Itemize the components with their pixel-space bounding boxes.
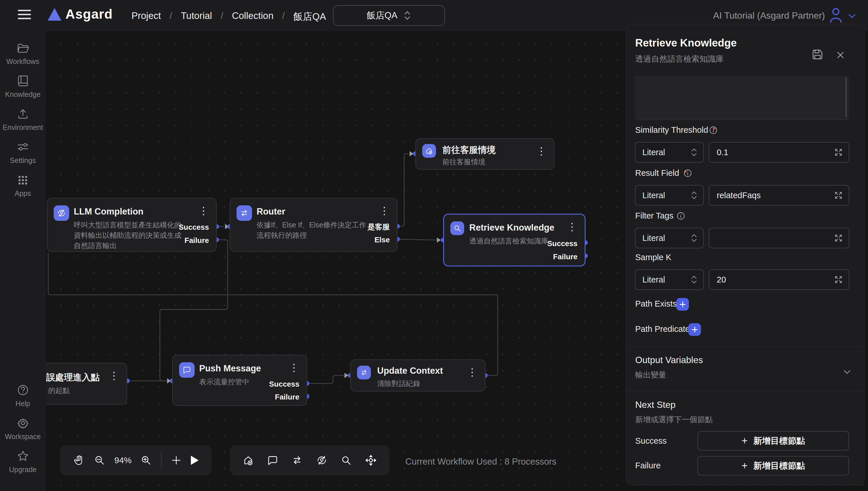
brand-name[interactable]: Asgard — [65, 6, 112, 22]
node-error-entry[interactable]: 錯誤處理進入點 的起點 — [46, 363, 127, 405]
node-goto-service-scene[interactable]: 前往客服情境 前往客服情境 — [415, 138, 554, 170]
node-menu-icon[interactable] — [567, 221, 577, 233]
pan-hand-icon[interactable] — [73, 454, 85, 466]
breadcrumb-project[interactable]: Project — [132, 10, 161, 23]
hamburger-menu-icon[interactable] — [18, 10, 31, 21]
account-chevron-down-icon[interactable] — [846, 10, 858, 22]
sidebar-item-workspace[interactable]: Workspace — [0, 416, 46, 441]
gear-icon — [16, 416, 30, 430]
message-bubble-icon — [179, 362, 195, 378]
field-label-filter-tags: Filter Tags — [635, 211, 673, 221]
mode-select-sample-k[interactable]: Literal — [635, 269, 704, 290]
info-icon[interactable] — [708, 125, 719, 136]
next-step-title: Next Step — [635, 400, 676, 410]
node-menu-icon[interactable] — [379, 205, 389, 218]
run-workflow-icon[interactable] — [191, 456, 199, 465]
sliders-icon — [16, 140, 30, 153]
workflow-usage-status: Current Workflow Used : 8 Processors — [405, 457, 557, 467]
apps-grid-icon — [16, 173, 30, 186]
search-node-icon[interactable] — [340, 454, 352, 466]
node-menu-icon[interactable] — [536, 145, 546, 158]
zoom-in-icon[interactable] — [140, 455, 152, 466]
user-icon[interactable] — [828, 6, 844, 24]
workflow-selector-dropdown[interactable]: 飯店QA — [333, 5, 445, 26]
textarea-scrollbar[interactable] — [846, 78, 847, 117]
upload-icon — [16, 107, 30, 120]
help-circle-icon — [16, 383, 30, 397]
close-icon[interactable] — [834, 49, 846, 61]
value-input-result-field[interactable]: relatedFaqs — [709, 185, 849, 206]
query-textarea[interactable] — [635, 76, 849, 120]
add-path-exists-button[interactable] — [676, 298, 689, 311]
sort-chevrons-icon — [404, 10, 411, 20]
scene-home-plus-icon — [422, 144, 436, 158]
value-input-similarity[interactable]: 0.1 — [709, 142, 849, 163]
asgard-logo-icon[interactable] — [48, 8, 61, 21]
node-router[interactable]: Router 依據If、Else If、Else條件決定工作流程執行的路徑 是客… — [229, 198, 398, 252]
panel-title: Retrieve Knowledge — [635, 37, 737, 49]
account-label: AI Tutorial (Asgard Partner) — [713, 10, 825, 21]
node-palette-toolbar — [230, 445, 389, 475]
zoom-level: 94% — [114, 456, 132, 465]
output-variables-title: Output Variables — [635, 355, 703, 365]
node-push-message[interactable]: Push Message 表示流量控管中 Success Failure — [172, 355, 307, 406]
value-input-sample-k[interactable]: 20 — [709, 269, 849, 290]
app-window: Asgard Project / Tutorial / Collection /… — [0, 0, 868, 491]
message-node-icon[interactable] — [267, 454, 279, 466]
info-icon[interactable] — [682, 168, 693, 179]
sidebar-item-help[interactable]: Help — [0, 383, 46, 408]
node-llm-completion[interactable]: LLM Completion 呼叫大型語言模型並產生結構化的資料輸出以輔助流程的… — [47, 198, 217, 252]
sidebar-item-environment[interactable]: Environment — [0, 107, 46, 132]
collapse-chevron-down-icon[interactable] — [841, 366, 853, 378]
mode-select-similarity[interactable]: Literal — [635, 142, 704, 163]
node-menu-icon[interactable] — [467, 366, 477, 379]
node-menu-icon[interactable] — [109, 370, 119, 382]
plus-icon: + — [741, 461, 748, 471]
add-path-predicate-button[interactable] — [688, 323, 701, 336]
move-canvas-icon[interactable] — [364, 454, 377, 467]
breadcrumb-collection[interactable]: Collection — [232, 10, 274, 23]
sidebar-item-upgrade[interactable]: Upgrade — [0, 450, 46, 474]
expand-icon[interactable] — [833, 275, 844, 285]
mode-select-filter-tags[interactable]: Literal — [635, 228, 704, 249]
node-config-panel: Retrieve Knowledge 透過自然語言檢索知識庫 Similarit… — [626, 24, 865, 485]
canvas-zoom-toolbar: 94% — [60, 445, 212, 475]
scene-node-icon[interactable] — [242, 454, 254, 466]
mode-select-result-field[interactable]: Literal — [635, 185, 704, 206]
select-chevrons-icon — [690, 147, 698, 157]
sidebar-item-knowledge[interactable]: Knowledge — [0, 74, 46, 99]
breadcrumb-current[interactable]: 飯店QA — [293, 10, 326, 23]
panel-subtitle: 透過自然語言檢索知識庫 — [635, 54, 724, 64]
add-target-node-success-button[interactable]: + 新增目標節點 — [698, 431, 849, 451]
add-node-icon[interactable] — [170, 455, 182, 466]
expand-icon[interactable] — [833, 233, 844, 243]
book-icon — [16, 74, 30, 87]
sidebar-item-apps[interactable]: Apps — [0, 173, 46, 198]
path-predicate-label: Path Predicate — [635, 324, 690, 334]
select-chevrons-icon — [690, 191, 698, 200]
node-menu-icon[interactable] — [289, 362, 299, 374]
node-update-context[interactable]: Update Context 清除對話紀錄 — [350, 359, 485, 392]
search-icon — [450, 222, 464, 235]
expand-icon[interactable] — [833, 190, 844, 200]
info-icon[interactable] — [675, 210, 686, 222]
sidebar-item-workflows[interactable]: Workflows — [0, 41, 46, 66]
node-menu-icon[interactable] — [198, 205, 209, 218]
panel-divider — [626, 391, 865, 392]
breadcrumb-tutorial[interactable]: Tutorial — [181, 10, 212, 23]
sidebar-item-settings[interactable]: Settings — [0, 140, 46, 165]
next-step-failure-label: Failure — [635, 461, 661, 470]
router-node-icon[interactable] — [291, 454, 303, 466]
value-input-filter-tags[interactable] — [709, 228, 849, 249]
add-target-node-failure-button[interactable]: + 新增目標節點 — [698, 456, 849, 475]
zoom-out-icon[interactable] — [94, 455, 105, 466]
plus-icon: + — [741, 436, 748, 446]
save-icon[interactable] — [811, 48, 824, 61]
folder-icon — [16, 41, 30, 55]
field-label-result-field: Result Field — [635, 168, 687, 178]
breadcrumb: Project / Tutorial / Collection / 飯店QA — [132, 10, 326, 23]
node-retrieve-knowledge[interactable]: Retrieve Knowledge 透過自然語言檢索知識庫 Success F… — [443, 214, 586, 266]
router-icon — [237, 205, 252, 221]
expand-icon[interactable] — [833, 147, 844, 157]
llm-node-icon[interactable] — [316, 454, 328, 466]
